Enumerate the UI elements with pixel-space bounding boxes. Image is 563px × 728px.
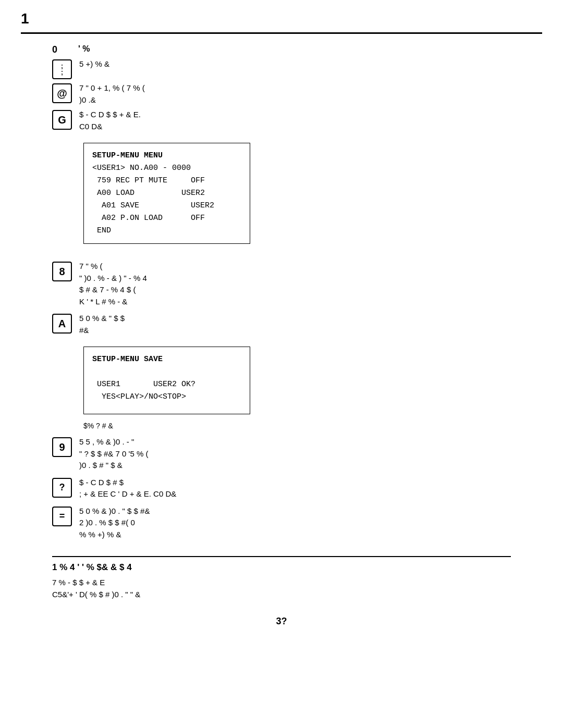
menu2-line4: YES<PLAY>/NO<STOP> xyxy=(92,391,241,403)
section-8-body4: K ' * L # % - & xyxy=(79,296,511,308)
page-header: 1 xyxy=(21,10,542,27)
footer-body1: 7 % - $ $ + & E xyxy=(52,577,511,589)
section-a-body2: #& xyxy=(79,325,511,337)
section-9-icon: 9 xyxy=(52,437,72,457)
section-0-content: ' % xyxy=(78,44,511,54)
section-a-icon: A xyxy=(52,314,72,334)
section-8-body1: 7 " % ( xyxy=(79,261,511,273)
section-at-icon: @ xyxy=(52,83,72,103)
section-at: @ 7 " 0 + 1, % ( 7 % ( )0 .& xyxy=(52,82,511,106)
section-question-content: $ - C D $ # $ ; + & EE C ' D + & E. C0 D… xyxy=(79,477,511,500)
section-0-title: ' % xyxy=(78,44,90,53)
footer-body2: C5&'+ ' D( % $ # )0 . " " & xyxy=(52,589,511,601)
header-divider xyxy=(21,32,542,34)
section-question-body2: ; + & EE C ' D + & E. C0 D& xyxy=(79,488,511,500)
section-at-body1: 7 " 0 + 1, % ( 7 % ( xyxy=(79,82,511,94)
section-8-content: 7 " % ( " )0 . % - & ) " - % 4 $ # & 7 -… xyxy=(79,261,511,307)
menu2-line2 xyxy=(92,366,241,378)
section-question-icon: ? xyxy=(52,478,72,498)
menu1-line4: A00 LOAD USER2 xyxy=(92,187,241,200)
section-equals-body1: 5 0 % & )0 . " $ $ #& xyxy=(79,505,511,517)
section-dot-content: 5 +) % & xyxy=(79,58,511,70)
section-dot: ;; 5 +) % & xyxy=(52,58,511,79)
menu-box-2: SETUP-MENU SAVE USER1 USER2 OK? YES<PLAY… xyxy=(83,347,250,414)
section-a-content: 5 0 % & " $ $ #& xyxy=(79,313,511,336)
section-0-label: 0 xyxy=(52,44,68,55)
section-equals-content: 5 0 % & )0 . " $ $ #& 2 )0 . % $ $ #( 0 … xyxy=(79,505,511,541)
section-equals-icon: = xyxy=(52,507,72,526)
section-question: ? $ - C D $ # $ ; + & EE C ' D + & E. C0… xyxy=(52,477,511,500)
section-9-content: 5 5 , % & )0 . - " " ? $ $ #& 7 0 '5 % (… xyxy=(79,436,511,472)
menu1-line7: END xyxy=(92,225,241,237)
section-a-body1: 5 0 % & " $ $ xyxy=(79,313,511,325)
section-equals-body2: 2 )0 . % $ $ #( 0 xyxy=(79,517,511,529)
menu2-footer-text: $% ? # & xyxy=(52,422,511,430)
section-8: 8 7 " % ( " )0 . % - & ) " - % 4 $ # & 7… xyxy=(52,261,511,307)
menu2-line3: USER1 USER2 OK? xyxy=(92,378,241,391)
page-number-bottom: 3? xyxy=(21,616,542,627)
section-a: A 5 0 % & " $ $ #& xyxy=(52,313,511,336)
section-9: 9 5 5 , % & )0 . - " " ? $ $ #& 7 0 '5 %… xyxy=(52,436,511,472)
section-question-body1: $ - C D $ # $ xyxy=(79,477,511,489)
section-equals: = 5 0 % & )0 . " $ $ #& 2 )0 . % $ $ #( … xyxy=(52,505,511,541)
section-9-body1: 5 5 , % & )0 . - " xyxy=(79,436,511,448)
menu1-line2: <USER1> NO.A00 - 0000 xyxy=(92,162,241,175)
section-8-body2: " )0 . % - & ) " - % 4 xyxy=(79,273,511,285)
section-dot-body: 5 +) % & xyxy=(79,58,511,70)
section-g-body2: C0 D& xyxy=(79,121,511,133)
section-g-icon: G xyxy=(52,110,72,130)
section-at-body2: )0 .& xyxy=(79,94,511,106)
menu1-line6: A02 P.ON LOAD OFF xyxy=(92,212,241,225)
section-9-body3: )0 . $ # " $ & xyxy=(79,460,511,472)
section-g: G $ - C D $ $ + & E. C0 D& xyxy=(52,109,511,132)
section-0: 0 ' % xyxy=(52,44,511,55)
menu-box-1: SETUP-MENU MENU <USER1> NO.A00 - 0000 75… xyxy=(83,143,250,244)
section-g-body1: $ - C D $ $ + & E. xyxy=(79,109,511,121)
section-8-icon: 8 xyxy=(52,262,72,281)
menu1-line1: SETUP-MENU MENU xyxy=(92,150,241,162)
section-at-content: 7 " 0 + 1, % ( 7 % ( )0 .& xyxy=(79,82,511,106)
footer-title: 1 % 4 ' ' % $& & $ 4 xyxy=(52,562,511,573)
menu1-line5: A01 SAVE USER2 xyxy=(92,200,241,212)
section-9-body2: " ? $ $ #& 7 0 '5 % ( xyxy=(79,448,511,460)
section-g-content: $ - C D $ $ + & E. C0 D& xyxy=(79,109,511,132)
section-dot-icon: ;; xyxy=(52,59,72,79)
section-equals-body3: % % +) % & xyxy=(79,529,511,541)
footer-section: 1 % 4 ' ' % $& & $ 4 7 % - $ $ + & E C5&… xyxy=(52,556,511,600)
page-number-top: 1 xyxy=(21,10,29,27)
section-8-body3: $ # & 7 - % 4 $ ( xyxy=(79,284,511,296)
content-area: 0 ' % ;; 5 +) % & @ 7 " 0 + 1, % ( 7 % (… xyxy=(21,44,542,600)
menu2-line1: SETUP-MENU SAVE xyxy=(92,353,241,366)
menu1-line3: 759 REC PT MUTE OFF xyxy=(92,175,241,187)
